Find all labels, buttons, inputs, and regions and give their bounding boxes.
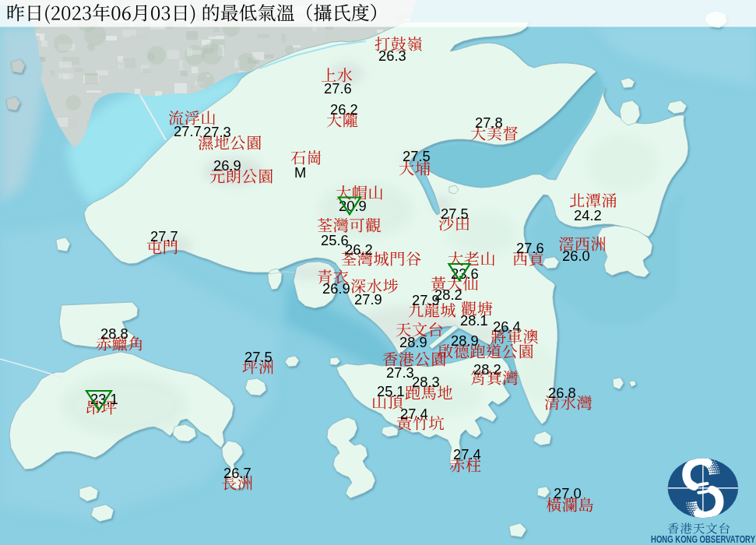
svg-text:27.3: 27.3 (386, 364, 414, 381)
svg-text:26.9: 26.9 (213, 157, 241, 174)
svg-text:27.8: 27.8 (475, 114, 503, 131)
svg-text:27.4: 27.4 (453, 446, 481, 462)
svg-text:26.7: 26.7 (223, 465, 251, 481)
svg-text:26.3: 26.3 (378, 47, 406, 64)
svg-text:27.9: 27.9 (412, 292, 440, 308)
svg-text:26.8: 26.8 (548, 385, 576, 401)
svg-text:27.6: 27.6 (516, 240, 544, 256)
svg-text:27.6: 27.6 (324, 80, 352, 97)
svg-text:28.2: 28.2 (473, 361, 501, 378)
svg-text:27.5: 27.5 (403, 148, 431, 164)
svg-text:26.9: 26.9 (322, 280, 350, 297)
svg-text:27.7: 27.7 (174, 123, 202, 139)
svg-text:26.4: 26.4 (493, 318, 521, 335)
svg-text:26.0: 26.0 (562, 248, 590, 264)
svg-text:M: M (294, 164, 306, 181)
svg-text:28.3: 28.3 (412, 374, 440, 390)
svg-text:24.2: 24.2 (574, 207, 602, 223)
svg-text:26.2: 26.2 (345, 241, 373, 258)
svg-text:27.3: 27.3 (203, 124, 231, 140)
svg-text:HONG KONG OBSERVATORY: HONG KONG OBSERVATORY (651, 533, 755, 545)
svg-text:27.9: 27.9 (354, 291, 382, 308)
svg-text:27.4: 27.4 (400, 406, 428, 422)
svg-text:27.0: 27.0 (554, 485, 582, 501)
svg-text:20.9: 20.9 (339, 198, 367, 214)
svg-text:28.9: 28.9 (399, 334, 427, 350)
svg-text:25.1: 25.1 (377, 383, 405, 399)
svg-text:27.5: 27.5 (244, 349, 273, 365)
svg-text:26.2: 26.2 (330, 101, 358, 118)
svg-text:28.1: 28.1 (460, 312, 488, 329)
svg-text:28.8: 28.8 (100, 325, 128, 342)
svg-text:27.5: 27.5 (441, 206, 469, 222)
svg-text:28.9: 28.9 (451, 332, 479, 349)
svg-text:27.7: 27.7 (150, 228, 178, 244)
